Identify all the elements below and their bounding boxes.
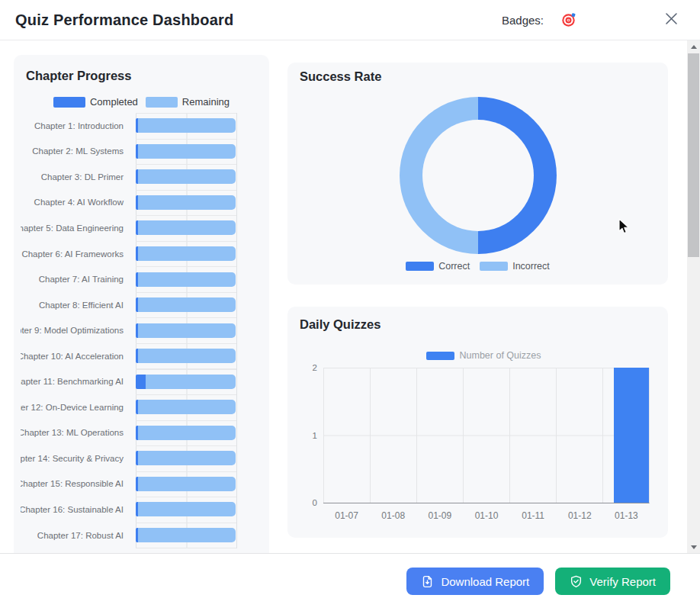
success-rate-doughnut — [400, 97, 557, 254]
y-axis-tick: 2 — [303, 363, 317, 372]
legend-item-incorrect: Incorrect — [480, 261, 550, 272]
chapter-progress-bar — [136, 375, 236, 389]
chapter-row: Chapter 11: Benchmarking AI — [21, 368, 257, 394]
chapter-label: Chapter 3: DL Primer — [21, 164, 126, 190]
chapter-progress-bar — [136, 297, 236, 312]
file-download-icon — [421, 575, 434, 588]
download-report-label: Download Report — [441, 575, 529, 588]
chapter-label: Chapter 17: Robust AI — [21, 523, 126, 548]
chapter-row: Chapter 13: ML Operations — [21, 420, 257, 446]
success-rate-title: Success Rate — [300, 69, 656, 84]
legend-item-completed: Completed — [53, 96, 138, 108]
badges-label: Badges: — [502, 14, 544, 27]
y-axis-tick: 1 — [303, 431, 317, 440]
chapter-label: Chapter 8: Efficient AI — [21, 292, 126, 318]
chapter-progress-title: Chapter Progress — [26, 69, 257, 83]
close-icon — [665, 12, 678, 27]
chapter-progress-legend: Completed Remaining — [26, 96, 257, 108]
chapter-row: Chapter 10: AI Acceleration — [21, 343, 257, 369]
chapter-progress-bar — [136, 246, 236, 261]
chapter-row: Chapter 9: Model Optimizations — [21, 317, 257, 343]
success-rate-panel: Success Rate Correct Incorrect — [287, 63, 668, 285]
x-axis-label: 01-09 — [416, 510, 463, 521]
chapter-progress-bar — [136, 323, 236, 338]
chapter-label: Chapter 12: On-Device Learning — [21, 394, 126, 420]
remaining-swatch — [146, 97, 178, 108]
correct-swatch — [406, 262, 434, 271]
verify-report-button[interactable]: Verify Report — [555, 568, 670, 595]
chapter-label: Chapter 9: Model Optimizations — [21, 317, 126, 343]
chapter-row: Chapter 16: Sustainable AI — [21, 497, 257, 523]
chapter-row: Chapter 7: AI Training — [21, 266, 257, 292]
vertical-scrollbar[interactable] — [687, 40, 700, 554]
quiz-dashboard-modal: Quiz Performance Dashboard Badges: — [0, 0, 700, 611]
chapter-label: Chapter 11: Benchmarking AI — [21, 368, 126, 394]
chapter-progress-bar — [136, 118, 236, 133]
close-button[interactable] — [662, 11, 680, 29]
page-title: Quiz Performance Dashboard — [15, 11, 233, 29]
success-rate-legend: Correct Incorrect — [300, 261, 656, 272]
dashboard-content: Chapter Progress Completed Remaining Cha… — [0, 40, 700, 554]
chapter-row: Chapter 12: On-Device Learning — [21, 394, 257, 420]
chapter-progress-chart: Chapter 1: IntroductionChapter 2: ML Sys… — [21, 113, 257, 548]
chapter-label: Chapter 2: ML Systems — [21, 139, 126, 165]
chapter-progress-panel: Chapter Progress Completed Remaining Cha… — [14, 55, 269, 554]
chapter-row: Chapter 6: AI Frameworks — [21, 241, 257, 267]
daily-quizzes-title: Daily Quizzes — [300, 317, 656, 332]
badges-group: Badges: — [502, 12, 576, 27]
chapter-progress-rows: Chapter 1: IntroductionChapter 2: ML Sys… — [21, 113, 257, 548]
chapter-progress-bar — [136, 528, 236, 542]
legend-label: Correct — [438, 261, 470, 272]
daily-quizzes-panel: Daily Quizzes Number of Quizzes 012 01-0… — [287, 307, 668, 538]
modal-header: Quiz Performance Dashboard Badges: — [0, 0, 700, 40]
daily-quizzes-xlabels: 01-0701-0801-0901-1001-1101-1201-13 — [323, 510, 650, 521]
legend-item-correct: Correct — [406, 261, 470, 272]
scrollbar-up-arrow[interactable] — [691, 45, 697, 49]
chapter-progress-bar — [136, 451, 236, 465]
chapter-label: Chapter 14: Security & Privacy — [21, 445, 126, 471]
chapter-row: Chapter 1: Introduction — [21, 113, 257, 139]
chapter-row: Chapter 3: DL Primer — [21, 164, 257, 190]
legend-label: Number of Quizzes — [460, 350, 541, 361]
chapter-progress-bar — [136, 502, 236, 516]
chapter-row: Chapter 14: Security & Privacy — [21, 445, 257, 471]
y-axis-tick: 0 — [303, 498, 317, 507]
chapter-row: Chapter 17: Robust AI — [21, 523, 257, 548]
doughnut-wrap — [300, 97, 656, 254]
x-axis-label: 01-08 — [370, 510, 416, 521]
doughnut-hole — [422, 120, 534, 231]
chapter-progress-bar — [136, 349, 236, 363]
quizzes-swatch — [426, 352, 454, 360]
chapter-progress-bar — [136, 400, 236, 414]
x-axis-label: 01-12 — [557, 510, 603, 521]
daily-quiz-bar — [614, 368, 649, 503]
chapter-label: Chapter 7: AI Training — [21, 266, 126, 292]
legend-item-remaining: Remaining — [146, 96, 230, 108]
chapter-label: Chapter 13: ML Operations — [21, 420, 126, 446]
scrollbar-down-arrow[interactable] — [691, 545, 697, 549]
x-axis-label: 01-13 — [603, 510, 650, 521]
incorrect-swatch — [480, 262, 508, 271]
chapter-label: Chapter 15: Responsible AI — [21, 471, 126, 497]
chapter-label: Chapter 10: AI Acceleration — [21, 343, 126, 369]
chapter-label: Chapter 5: Data Engineering — [21, 215, 126, 241]
modal-footer: Download Report Verify Report — [0, 554, 700, 611]
chapter-row: Chapter 4: AI Workflow — [21, 190, 257, 216]
chapter-progress-bar — [136, 272, 236, 287]
daily-quizzes-plot: 012 — [323, 368, 650, 503]
chapter-row: Chapter 5: Data Engineering — [21, 215, 257, 241]
chapter-label: Chapter 1: Introduction — [21, 113, 126, 139]
chapter-label: Chapter 4: AI Workflow — [21, 190, 126, 216]
legend-label: Completed — [90, 96, 138, 108]
scrollbar-thumb[interactable] — [688, 53, 699, 257]
completed-swatch — [53, 97, 85, 108]
chapter-row: Chapter 2: ML Systems — [21, 139, 257, 165]
chapter-progress-bar — [136, 220, 236, 235]
chapter-row: Chapter 15: Responsible AI — [21, 471, 257, 497]
chapter-progress-bar — [136, 169, 236, 184]
chapter-progress-bar — [136, 477, 236, 491]
chapter-progress-bar — [136, 195, 236, 210]
verify-report-label: Verify Report — [589, 575, 656, 588]
download-report-button[interactable]: Download Report — [406, 568, 544, 595]
shield-check-icon — [570, 575, 583, 588]
